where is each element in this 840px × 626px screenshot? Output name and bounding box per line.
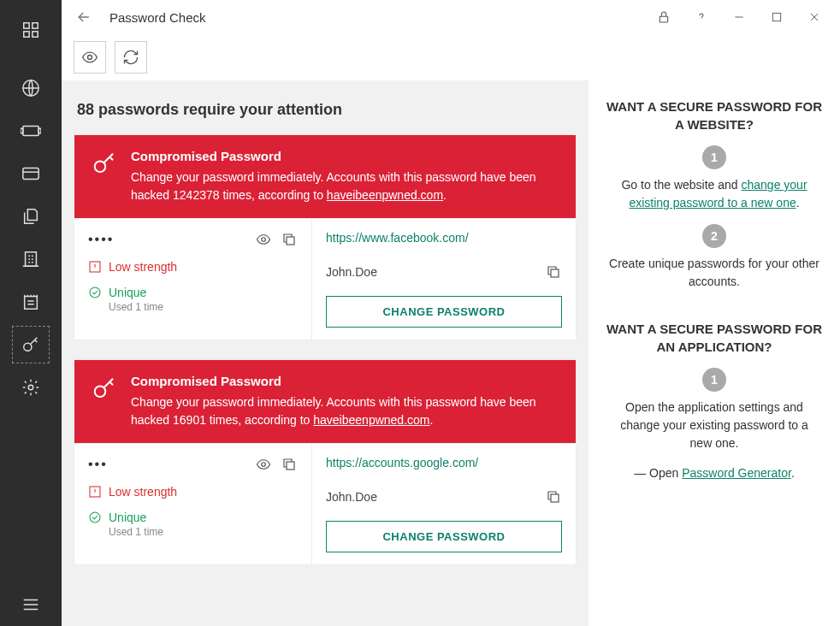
back-button[interactable] [68,2,99,32]
sidebar-settings[interactable] [12,369,50,406]
key-warning-icon [90,149,119,178]
globe-icon [21,79,40,97]
svg-point-20 [90,287,100,298]
promo-step-text: Create unique passwords for your other a… [604,255,825,291]
svg-rect-21 [551,269,559,277]
results-heading: 88 passwords require your attention [77,101,573,119]
promo-step-text: Open the application settings and change… [604,399,825,452]
minimize-button[interactable] [720,2,758,32]
lock-button[interactable] [645,2,683,32]
arrow-left-icon [75,9,92,26]
password-cell: •••• Low strength Unique [74,219,312,340]
close-button[interactable] [796,2,833,32]
sidebar-notes[interactable] [12,283,50,321]
gear-icon [21,378,40,397]
step-badge-2: 2 [702,224,726,248]
account-cell: https://www.facebook.com/ John.Doe CHANG… [312,219,576,340]
toolbar [62,34,840,80]
svg-rect-3 [33,32,38,37]
password-card: Compromised Password Change your passwor… [74,359,577,565]
grid-icon [21,21,40,39]
results-column[interactable]: 88 passwords require your attention Comp… [62,80,589,626]
svg-rect-27 [551,494,559,502]
strength-tag: Low strength [88,485,298,499]
close-icon [808,11,820,23]
copy-user-button[interactable] [545,263,562,281]
svg-rect-18 [287,237,294,245]
svg-rect-6 [21,128,23,133]
maximize-button[interactable] [758,2,796,32]
refresh-button[interactable] [115,41,147,74]
check-circle-icon [88,511,102,524]
refresh-icon [122,49,139,66]
help-button[interactable] [683,2,720,32]
sidebar-password-check[interactable] [12,326,50,363]
account-cell: https://accounts.google.com/ John.Doe CH… [312,444,576,564]
sidebar-cards[interactable] [12,155,50,192]
sidebar-apps[interactable] [12,112,50,150]
promo-step-text: Go to the website and change your existi… [604,176,825,212]
copy-icon [546,489,561,505]
password-generator-link[interactable]: Password Generator [682,466,791,480]
change-password-button[interactable]: CHANGE PASSWORD [326,521,562,552]
step-badge-1: 1 [702,368,726,392]
password-mask: ••• [88,457,108,472]
svg-rect-10 [25,297,38,310]
svg-rect-13 [660,16,667,22]
account-user: John.Doe [326,265,377,279]
maximize-icon [771,11,783,23]
card-title: Compromised Password [131,149,560,163]
copy-password-button[interactable] [281,456,298,473]
card-icon [21,164,40,183]
account-url: https://www.facebook.com/ [326,231,562,245]
step-badge-1: 1 [702,145,726,169]
sidebar-web[interactable] [12,69,50,107]
hibp-link[interactable]: haveibeenpwned.com [313,413,429,427]
password-mask: •••• [88,232,114,247]
tips-column[interactable]: WANT A SECURE PASSWORD FOR A WEBSITE? 1 … [589,80,840,626]
account-user: John.Doe [326,490,377,504]
key-icon [21,335,40,354]
reveal-password-button[interactable] [255,456,272,473]
copy-user-button[interactable] [545,488,562,505]
warning-icon [88,485,102,499]
page-title: Password Check [109,10,206,25]
show-all-button[interactable] [74,41,106,74]
svg-point-16 [95,162,106,173]
promo-website: WANT A SECURE PASSWORD FOR A WEBSITE? 1 … [604,97,825,291]
promo-title: WANT A SECURE PASSWORD FOR A WEBSITE? [604,97,825,133]
copy-password-button[interactable] [281,231,298,248]
sidebar-menu[interactable] [12,586,50,623]
unique-tag: Unique [88,286,298,299]
svg-rect-5 [23,127,38,136]
reveal-password-button[interactable] [255,231,272,248]
change-password-button[interactable]: CHANGE PASSWORD [326,296,562,328]
promo-application: WANT A SECURE PASSWORD FOR AN APPLICATIO… [604,320,825,482]
menu-icon [21,595,40,614]
device-icon [21,121,41,140]
warning-icon [88,260,102,274]
hibp-link[interactable]: haveibeenpwned.com [327,188,443,202]
copy-icon [281,457,297,472]
main-area: Password Check 88 passwords require your [62,0,840,626]
copy-icon [546,264,561,280]
used-count: Used 1 time [109,301,298,313]
card-header: Compromised Password Change your passwor… [74,135,576,218]
svg-point-22 [95,387,106,398]
svg-rect-9 [26,252,37,267]
card-header: Compromised Password Change your passwor… [74,360,576,443]
svg-rect-8 [23,168,38,180]
eye-icon [256,232,271,247]
sidebar-bank[interactable] [12,240,50,278]
password-card: Compromised Password Change your passwor… [74,134,577,340]
svg-rect-2 [24,32,29,37]
app-sidebar [0,0,62,626]
svg-rect-14 [772,13,780,21]
svg-point-11 [24,343,32,351]
sidebar-docs[interactable] [12,198,50,235]
copy-icon [281,232,297,247]
sidebar-dashboard[interactable] [12,11,50,49]
promo-step-text: — Open Password Generator. [604,464,825,482]
building-icon [21,250,40,269]
svg-point-23 [262,463,266,467]
